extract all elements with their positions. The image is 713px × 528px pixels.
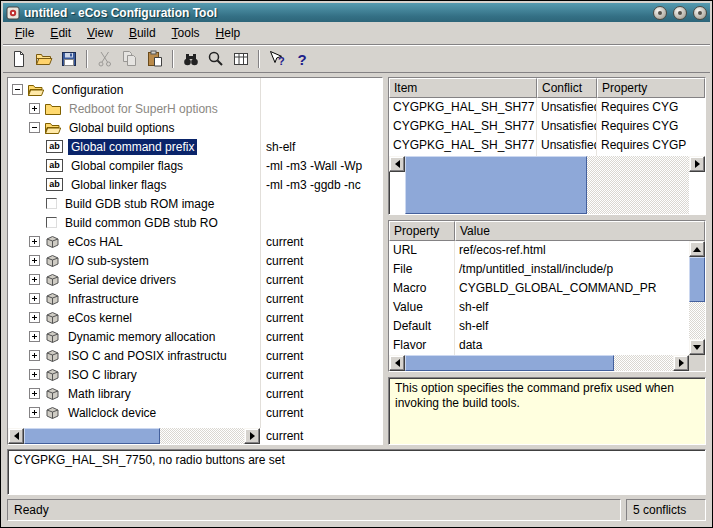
scrollbar-track[interactable] — [689, 257, 705, 339]
tree-row[interactable]: Build GDB stub ROM image — [8, 194, 382, 213]
package-icon — [45, 349, 60, 362]
conflict-row[interactable]: CYGPKG_HAL_SH_SH77UnsatisfiedRequires CY… — [389, 136, 705, 155]
expand-plus-icon[interactable] — [29, 255, 40, 266]
find-next-icon[interactable] — [204, 47, 228, 71]
scrollbar-thumb[interactable] — [24, 428, 160, 444]
collapse-minus-icon[interactable] — [29, 122, 40, 133]
find-icon[interactable] — [179, 47, 203, 71]
open-icon[interactable] — [32, 47, 56, 71]
properties-horizontal-scrollbar[interactable] — [389, 355, 689, 371]
properties-vertical-scrollbar[interactable] — [689, 241, 705, 355]
configuration-tree-pane: ConfigurationRedboot for SuperH optionsG… — [7, 77, 383, 445]
scrollbar-track[interactable] — [24, 428, 244, 444]
tree-row[interactable]: eCos HALcurrent — [8, 232, 382, 251]
maximize-button[interactable] — [673, 6, 687, 20]
tree-row[interactable]: ISO C librarycurrent — [8, 365, 382, 384]
expand-plus-icon[interactable] — [29, 236, 40, 247]
menu-tools[interactable]: Tools — [164, 23, 208, 43]
property-row[interactable]: Valuesh-elf — [389, 298, 689, 317]
tree-item-label: Global compiler flags — [68, 158, 186, 174]
context-help-icon[interactable]: ? — [265, 47, 289, 71]
expand-plus-icon[interactable] — [29, 103, 40, 114]
conflicts-horizontal-scrollbar[interactable] — [389, 156, 705, 214]
property-row[interactable]: Defaultsh-elf — [389, 317, 689, 336]
collapse-minus-icon[interactable] — [12, 84, 23, 95]
expand-plus-icon[interactable] — [29, 293, 40, 304]
scroll-right-button[interactable] — [244, 428, 260, 444]
scroll-up-button[interactable] — [689, 241, 705, 257]
tree-row[interactable]: I/O sub-systemcurrent — [8, 251, 382, 270]
column-header-property[interactable]: Property — [597, 78, 705, 98]
column-header-item[interactable]: Item — [389, 78, 537, 98]
tree-row[interactable]: abGlobal linker flags-ml -m3 -ggdb -nc — [8, 175, 382, 194]
tree-row[interactable]: Build common GDB stub RO — [8, 213, 382, 232]
scrollbar-track[interactable] — [405, 156, 689, 214]
copy-icon[interactable] — [118, 47, 142, 71]
property-row[interactable]: MacroCYGBLD_GLOBAL_COMMAND_PR — [389, 279, 689, 298]
expand-plus-icon[interactable] — [29, 274, 40, 285]
column-header-property[interactable]: Property — [389, 221, 455, 241]
menu-build[interactable]: Build — [121, 23, 164, 43]
checkbox-icon[interactable] — [46, 198, 57, 209]
scroll-right-button[interactable] — [689, 156, 705, 172]
property-row[interactable]: URLref/ecos-ref.html — [389, 241, 689, 260]
tree-column-divider[interactable] — [260, 78, 261, 428]
property-row[interactable]: Flavordata — [389, 336, 689, 355]
tree-row[interactable]: Redboot for SuperH options — [8, 99, 382, 118]
expand-plus-icon[interactable] — [29, 407, 40, 418]
expand-plus-icon[interactable] — [29, 388, 40, 399]
menu-edit[interactable]: Edit — [42, 23, 79, 43]
scroll-left-button[interactable] — [389, 355, 405, 371]
menu-help[interactable]: Help — [208, 23, 249, 43]
paste-icon[interactable] — [143, 47, 167, 71]
scrollbar-thumb[interactable] — [405, 355, 614, 371]
column-header-conflict[interactable]: Conflict — [537, 78, 597, 98]
property-row[interactable]: File/tmp/untitled_install/include/p — [389, 260, 689, 279]
tree-horizontal-scrollbar[interactable] — [8, 428, 260, 444]
toolbar-separator — [258, 50, 260, 68]
help-icon[interactable]: ? — [290, 47, 314, 71]
scroll-down-button[interactable] — [689, 339, 705, 355]
tree-row[interactable]: Math librarycurrent — [8, 384, 382, 403]
expand-plus-icon[interactable] — [29, 350, 40, 361]
save-icon[interactable] — [57, 47, 81, 71]
conflict-row[interactable]: CYGPKG_HAL_SH_SH77UnsatisfiedRequires CY… — [389, 117, 705, 136]
scroll-right-button[interactable] — [673, 355, 689, 371]
minimize-button[interactable] — [653, 6, 667, 20]
titlebar[interactable]: untitled - eCos Configuration Tool — [3, 3, 710, 22]
app-icon[interactable] — [6, 6, 20, 20]
conflict-row[interactable]: CYGPKG_HAL_SH_SH77UnsatisfiedRequires CY… — [389, 98, 705, 117]
tree-row[interactable]: abGlobal command prefixsh-elf — [8, 137, 382, 156]
scroll-left-button[interactable] — [389, 156, 405, 172]
new-icon[interactable] — [7, 47, 31, 71]
checkbox-icon[interactable] — [46, 217, 57, 228]
property-cell: Flavor — [389, 336, 455, 355]
menu-file[interactable]: File — [7, 23, 42, 43]
menu-view[interactable]: View — [79, 23, 121, 43]
scrollbar-track[interactable] — [405, 355, 673, 371]
tree-row[interactable]: Dynamic memory allocationcurrent — [8, 327, 382, 346]
scrollbar-thumb[interactable] — [689, 257, 705, 302]
column-header-value[interactable]: Value — [455, 221, 705, 241]
tree-row[interactable]: abGlobal compiler flags-ml -m3 -Wall -Wp — [8, 156, 382, 175]
tree-row[interactable]: Serial device driverscurrent — [8, 270, 382, 289]
tree-row[interactable]: Global build options — [8, 118, 382, 137]
tree-row[interactable]: eCos kernelcurrent — [8, 308, 382, 327]
tree-row[interactable]: Configuration — [8, 80, 382, 99]
tree-row[interactable]: Wallclock devicecurrent — [8, 403, 382, 422]
cut-icon[interactable] — [93, 47, 117, 71]
conflict-cell: Requires CYG — [597, 117, 705, 136]
menubar: FileEditViewBuildToolsHelp — [3, 22, 710, 45]
tree-row[interactable]: Infrastructurecurrent — [8, 289, 382, 308]
close-button[interactable] — [693, 6, 707, 20]
templates-icon[interactable] — [229, 47, 253, 71]
tree-item: eCos HAL — [8, 232, 260, 251]
tree-item-label: Wallclock device — [65, 405, 159, 421]
scrollbar-thumb[interactable] — [405, 156, 587, 214]
expand-plus-icon[interactable] — [29, 331, 40, 342]
scroll-left-button[interactable] — [8, 428, 24, 444]
tree-row[interactable]: ISO C and POSIX infrastructucurrent — [8, 346, 382, 365]
tree-item: Dynamic memory allocation — [8, 327, 260, 346]
expand-plus-icon[interactable] — [29, 369, 40, 380]
expand-plus-icon[interactable] — [29, 312, 40, 323]
